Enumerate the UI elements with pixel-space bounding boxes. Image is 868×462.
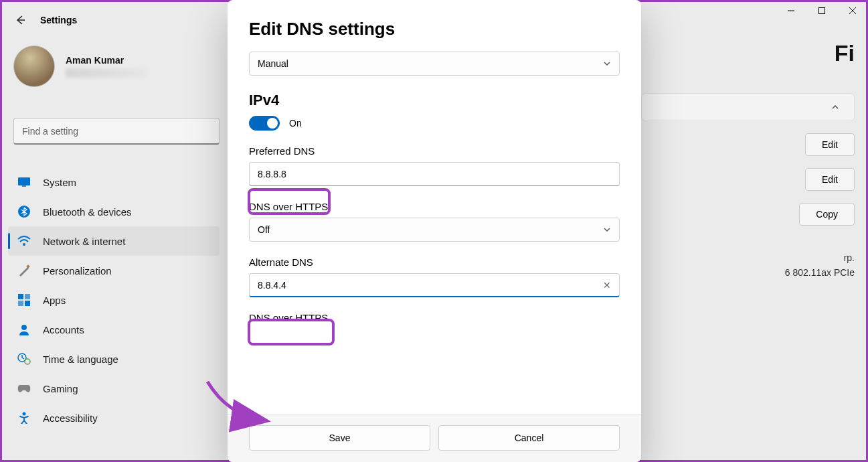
doh-label: DNS over HTTPS [249,201,620,212]
alternate-dns-value: 8.8.4.4 [258,280,286,291]
dns-mode-select[interactable]: Manual [249,52,620,76]
ipv4-toggle-label: On [289,118,302,129]
chevron-down-icon [603,60,611,68]
cancel-button[interactable]: Cancel [438,425,620,451]
edit-dns-dialog: Edit DNS settings Manual IPv4 On Preferr… [228,0,641,462]
clear-input-icon[interactable]: ✕ [603,280,611,291]
ipv4-toggle[interactable] [249,116,280,131]
save-button[interactable]: Save [249,425,430,451]
preferred-dns-input[interactable]: 8.8.8.8 [249,162,620,186]
alternate-dns-input[interactable]: 8.8.4.4 ✕ [249,273,620,297]
dialog-title: Edit DNS settings [249,19,620,40]
ipv4-heading: IPv4 [249,92,620,109]
doh-value: Off [258,224,270,235]
doh2-label: DNS over HTTPS [249,312,620,323]
doh-select[interactable]: Off [249,218,620,242]
alternate-dns-label: Alternate DNS [249,256,620,268]
preferred-dns-value: 8.8.8.8 [258,169,286,179]
chevron-down-icon [603,226,611,234]
dns-mode-value: Manual [258,58,288,69]
preferred-dns-label: Preferred DNS [249,145,620,157]
